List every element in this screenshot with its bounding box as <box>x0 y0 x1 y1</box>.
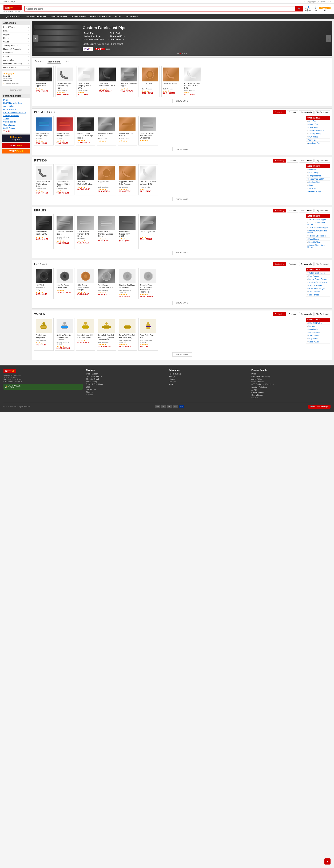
featured-product-6[interactable]: Copper Caps Cello Products ★★★★★ $0.32 -… <box>140 66 160 97</box>
nipples-tab-reviewed[interactable]: Top Reviewed <box>314 209 330 213</box>
hero-next-button[interactable]: › <box>326 35 331 42</box>
camlocks-banner[interactable]: ⚙ Camlocks Shop Now <box>2 134 30 142</box>
brand-dixon[interactable]: Dixon <box>2 98 30 101</box>
nav-blog[interactable]: BLOG <box>113 14 123 19</box>
footer-link-blog[interactable]: Blog <box>86 386 165 388</box>
brand-georg[interactable]: Georg Fischer <box>2 123 30 126</box>
fitting-product-3[interactable]: 150# Black Malleable 90 Elbows ★★★★★ $0.… <box>76 164 95 195</box>
nipples-tab-bestselling[interactable]: Bestselling <box>273 209 286 213</box>
tab-bestselling[interactable]: Bestselling <box>47 60 61 64</box>
nipple-cat-custom[interactable]: Make Your Own Custom Nipples <box>306 229 330 235</box>
footer-brand-viewall2[interactable]: View All <box>252 397 331 399</box>
hero-dot-4[interactable] <box>184 53 185 54</box>
nav-terms[interactable]: TERMS & CONDITIONS <box>88 14 113 19</box>
pipe-tab-reviewed[interactable]: Top Reviewed <box>314 110 330 114</box>
footer-link-terms[interactable]: Terms & Conditions <box>86 383 165 385</box>
nipple-product-2[interactable]: Standard Galvanized Nipples Chicago Valv… <box>55 214 74 249</box>
footer-cat-fittings[interactable]: Fittings <box>169 375 248 377</box>
sidebar-item-fittings[interactable]: Fittings › <box>2 29 30 33</box>
nipple-cat-black[interactable]: Standard Black Nipples <box>306 218 330 221</box>
pipe-cat-stainless[interactable]: Stainless Steel Pipe <box>306 129 330 132</box>
flange-product-3[interactable]: 125# Bronze Threaded Floor Flanges ★★★★★… <box>76 268 95 299</box>
pipe-tab-featured[interactable]: Featured <box>287 110 298 114</box>
flange-cat-brass[interactable]: Brass & Bronze Flanges <box>306 278 330 281</box>
pipe-product-2[interactable]: Red PEX-B Pipe (Straight Lengths) SharkB… <box>55 116 74 146</box>
sidebar-item-dixon[interactable]: Dixon Products › <box>2 66 30 69</box>
featured-product-8[interactable]: PVC DWV 1/4 Bend 90 Elbow (HUB × HUB) Le… <box>182 66 202 97</box>
valve-product-2[interactable]: Stainless Steel Ball Valve Full Port Thr… <box>55 318 74 351</box>
flange-product-5[interactable]: Stainless Steel Spud Tank Flange ASC Eng… <box>118 268 137 299</box>
pipe-tab-new[interactable]: New Arrivals <box>299 110 314 114</box>
nav-history[interactable]: OUR HISTORY <box>123 14 140 19</box>
nipple-product-6[interactable]: Plated King Nipples ★★★★ $3.64 - $319.05 <box>138 214 158 249</box>
footer-link-video[interactable]: Video Library <box>86 380 165 383</box>
flange-product-1[interactable]: 150# Black Malleable Floor Flanges ★★★★★… <box>34 268 54 299</box>
flanges-tab-reviewed[interactable]: Top Reviewed <box>314 262 330 266</box>
pipe-cat-plastic[interactable]: Plastic Pipe <box>306 126 330 129</box>
nipple-cat-brass[interactable]: Brass Nipples <box>306 238 330 241</box>
hero-dot-5[interactable] <box>186 53 187 54</box>
featured-product-5[interactable]: Standard Galvanized Nipples ★★★★★ $0.53 … <box>119 66 138 97</box>
footer-link-sitemap[interactable]: Sitemap <box>86 391 165 393</box>
flange-cat-cello[interactable]: Cello Products <box>306 290 330 293</box>
sidebar-item-hangers[interactable]: Hangers & Supports › <box>2 47 30 51</box>
footer-link-shopbrand[interactable]: Shop by Brand <box>86 378 165 380</box>
fittings-show-more-button[interactable]: SHOW MORE <box>172 197 192 202</box>
sidebar-item-allpipe[interactable]: AllPipe › <box>2 55 30 58</box>
sidebar-item-sanitary[interactable]: Sanitary Products › <box>2 44 30 47</box>
brand-sanitary[interactable]: Sanitary Solutions <box>2 114 30 117</box>
fitting-product-2[interactable]: Schedule 40 PVC Coupling (SOC × SOC) Les… <box>55 164 74 195</box>
fitting-cat-weld[interactable]: Weld Fittings <box>306 171 330 174</box>
fitting-product-4[interactable]: Copper Caps Cello Products ★★★★★ $0.32 -… <box>97 164 116 195</box>
featured-product-3[interactable]: Schedule 40 PVC Coupling (SOC × SOC) Les… <box>76 66 96 97</box>
fitting-cat-malleable[interactable]: Malleable <box>306 168 330 171</box>
footer-brand-lesso[interactable]: Lesso America <box>252 380 331 383</box>
hero-dot-2[interactable] <box>179 53 181 54</box>
fitting-cat-sharkbite[interactable]: SharkBite <box>306 187 330 190</box>
brand-jomar[interactable]: Jomar Valve <box>2 104 30 108</box>
flange-cat-stainless[interactable]: Stainless Steel Flanges <box>306 281 330 284</box>
nav-shipping[interactable]: SHIPPING & RETURNS <box>24 14 49 19</box>
flange-product-6[interactable]: Threaded Floor 1500# Stainless Steel wit… <box>138 268 158 299</box>
valve-product-3[interactable]: Brass Ball Valve Full Port Lined (Free) … <box>76 318 95 351</box>
sidebar-item-jomar[interactable]: Jomar Valve › <box>2 58 30 62</box>
hero-dot-3[interactable] <box>181 53 183 54</box>
sidebar-item-nipples[interactable]: Nipples › <box>2 33 30 36</box>
brand-asc[interactable]: ASC Engineered Solutions <box>2 111 30 114</box>
pipe-show-more-button[interactable]: SHOW MORE <box>172 147 192 151</box>
featured-product-2[interactable]: Carbon Steel Weld 90 Elbow Long Radius L… <box>55 66 75 97</box>
flanges-tab-featured[interactable]: Featured <box>287 262 298 266</box>
flange-cat-dts[interactable]: DTS Copper Flanges <box>306 287 330 290</box>
nipple-cat-chrome[interactable]: Chrome Plated Brass Nipples <box>306 244 330 249</box>
nipples-tab-featured[interactable]: Featured <box>287 209 298 213</box>
footer-brand-cello2[interactable]: Cello Products <box>252 391 331 394</box>
footer-cat-valves[interactable]: Valves <box>169 383 248 385</box>
flanges-tab-bestselling[interactable]: Bestselling <box>273 262 286 266</box>
valve-cat-butterfly[interactable]: Butterfly Valves <box>306 331 330 334</box>
pipe-product-3[interactable]: Make Your Own Standard Black Pipe Nipple… <box>76 116 95 146</box>
pipe-cat-aluminum[interactable]: Aluminum Pipe <box>306 142 330 145</box>
fitting-cat-forged[interactable]: Forged Steel 3000# <box>306 178 330 181</box>
fittings-tab-new[interactable]: New Arrivals <box>299 159 314 162</box>
footer-brand-jomar[interactable]: Jomar Valve <box>252 378 331 380</box>
footer-brand-allpipe2[interactable]: AllPipe <box>252 389 331 391</box>
valve-product-4[interactable]: Brass Ball Valve Full Port Locking Handl… <box>97 318 116 351</box>
flange-product-2[interactable]: 150p On-Flange Carbon Steel ★★★★★ $10.80… <box>55 268 74 299</box>
featured-product-4[interactable]: 150# Black Malleable 90 Elbows ★★★★★ $0.… <box>98 66 117 97</box>
nav-quick-support[interactable]: QUICK SUPPORT <box>3 14 24 19</box>
pipe-product-4[interactable]: Galvanized Coupled × 21 ft Merfish Unite… <box>97 116 116 146</box>
nav-shop-brand[interactable]: SHOP BY BRAND <box>48 14 69 19</box>
nipple-product-4[interactable]: Sch40 304/304L Standard Stainless Nipple… <box>97 214 116 249</box>
brand-cello[interactable]: Cello Products <box>2 120 30 123</box>
nipple-product-1[interactable]: Standard Black Nipples Sch40 ★★★★★ $0.45… <box>34 214 54 249</box>
pipe-product-5[interactable]: Copper Tube Type L Hard 20' Merfish Unit… <box>118 116 137 146</box>
nav-video[interactable]: VIDEO LIBRARY <box>69 14 88 19</box>
fitting-product-1[interactable]: Carbon Steel Weld 90 Elbow Long Radius L… <box>34 164 54 195</box>
footer-brand-asc[interactable]: ASC Engineered Solutions <box>252 383 331 385</box>
flange-cat-carbon[interactable]: Carbon Steel Flanges <box>306 272 330 275</box>
valve-cat-globe[interactable]: Globe Valves <box>306 340 330 343</box>
fitting-cat-stainless[interactable]: Stainless Steel <box>306 181 330 184</box>
search-button[interactable]: 🔍 <box>296 6 303 11</box>
pipe-cat-wardflex[interactable]: WardFlex <box>306 138 330 142</box>
footer-link-history[interactable]: Our History <box>86 389 165 391</box>
